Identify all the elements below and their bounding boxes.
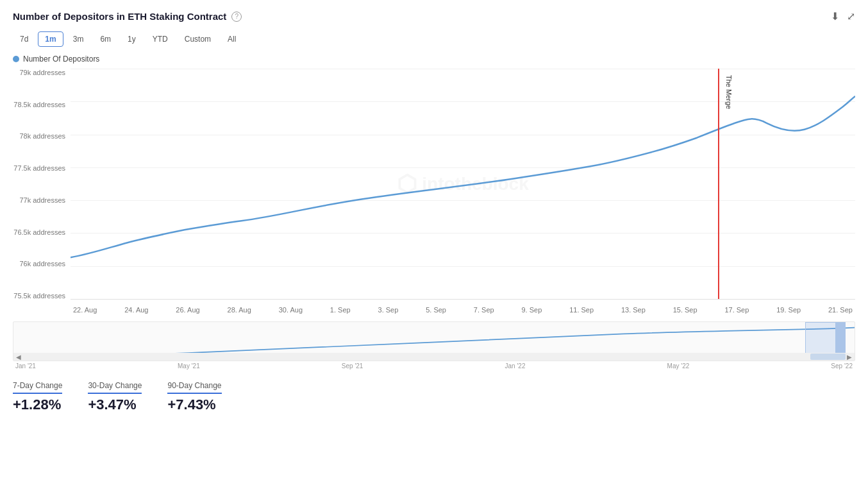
chart-title: Number of Depositors in ETH Staking Cont…	[13, 11, 226, 22]
mini-x-label: May '21	[178, 362, 200, 370]
x-labels: 22. Aug24. Aug26. Aug28. Aug30. Aug1. Se…	[71, 306, 855, 314]
legend-dot	[13, 56, 19, 62]
x-axis: 22. Aug24. Aug26. Aug28. Aug30. Aug1. Se…	[71, 301, 855, 319]
y-label: 79k addresses	[13, 69, 71, 76]
stat-label: 30-Day Change	[88, 381, 142, 394]
filter-btn-custom[interactable]: Custom	[178, 31, 218, 47]
mini-x-labels: Jan '21May '21Sep '21Jan '22May '22Sep '…	[13, 362, 855, 370]
download-icon[interactable]: ⬇	[831, 10, 839, 22]
filter-btn-3m[interactable]: 3m	[66, 31, 91, 47]
chart-svg	[71, 69, 855, 299]
navigator-container: ◀ ▶ Jan '21May '21Sep '21Jan '22May '22S…	[13, 321, 855, 370]
stat-item: 7-Day Change+1.28%	[13, 381, 62, 413]
y-label: 77k addresses	[13, 196, 71, 204]
help-icon[interactable]: ?	[231, 12, 242, 22]
main-container: Number of Depositors in ETH Staking Cont…	[0, 0, 868, 485]
filter-btn-1m[interactable]: 1m	[38, 31, 63, 47]
filter-btn-1y[interactable]: 1y	[121, 31, 143, 47]
x-label: 24. Aug	[124, 306, 148, 314]
x-label: 19. Sep	[776, 306, 801, 314]
filter-btn-7d[interactable]: 7d	[13, 31, 35, 47]
x-label: 3. Sep	[378, 306, 399, 314]
expand-icon[interactable]: ⤢	[847, 10, 855, 22]
stat-value: +1.28%	[13, 396, 62, 413]
scroll-thumb[interactable]	[810, 353, 846, 360]
legend-label: Number Of Depositors	[23, 55, 99, 64]
y-axis: 79k addresses78.5k addresses78k addresse…	[13, 69, 71, 300]
filter-btn-all[interactable]: All	[221, 31, 243, 47]
filter-btn-6m[interactable]: 6m	[93, 31, 118, 47]
x-label: 22. Aug	[73, 306, 97, 314]
title-area: Number of Depositors in ETH Staking Cont…	[13, 11, 242, 22]
x-label: 9. Sep	[521, 306, 542, 314]
stat-label: 7-Day Change	[13, 381, 62, 394]
scroll-bar[interactable]: ◀ ▶	[13, 353, 855, 361]
mini-x-label: Jan '22	[505, 362, 526, 370]
x-label: 5. Sep	[426, 306, 446, 314]
stat-value: +3.47%	[88, 396, 142, 413]
x-label: 1. Sep	[330, 306, 351, 314]
stat-item: 30-Day Change+3.47%	[88, 381, 142, 413]
stat-value: +7.43%	[167, 396, 221, 413]
grid-line-8	[71, 299, 855, 300]
y-label: 78k addresses	[13, 132, 71, 140]
mini-chart[interactable]: ◀ ▶	[13, 321, 855, 361]
x-label: 26. Aug	[176, 306, 199, 314]
filter-btn-ytd[interactable]: YTD	[146, 31, 175, 47]
mini-x-label: May '22	[667, 362, 690, 370]
x-label: 30. Aug	[279, 306, 303, 314]
x-label: 21. Sep	[828, 306, 853, 314]
y-label: 77.5k addresses	[13, 164, 71, 172]
mini-x-label: Sep '21	[342, 362, 363, 370]
time-filter-bar: 7d1m3m6m1yYTDCustomAll	[13, 31, 855, 47]
scroll-arrow-left[interactable]: ◀	[13, 353, 24, 361]
x-label: 28. Aug	[228, 306, 251, 314]
merge-label: The Merge	[725, 75, 733, 109]
header-actions: ⬇ ⤢	[831, 10, 855, 22]
chart-legend: Number Of Depositors	[13, 55, 855, 64]
x-label: 13. Sep	[621, 306, 646, 314]
x-label: 11. Sep	[569, 306, 594, 314]
scroll-arrow-right[interactable]: ▶	[844, 353, 855, 361]
y-label: 75.5k addresses	[13, 292, 71, 300]
y-label: 76k addresses	[13, 260, 71, 268]
stat-item: 90-Day Change+7.43%	[167, 381, 221, 413]
x-label: 17. Sep	[724, 306, 749, 314]
stats-row: 7-Day Change+1.28%30-Day Change+3.47%90-…	[13, 381, 855, 413]
main-chart-area: 79k addresses78.5k addresses78k addresse…	[13, 69, 855, 319]
x-label: 15. Sep	[673, 306, 697, 314]
stat-label: 90-Day Change	[167, 381, 221, 394]
x-label: 7. Sep	[474, 306, 494, 314]
y-label: 78.5k addresses	[13, 101, 71, 108]
merge-line: The Merge	[718, 69, 719, 299]
mini-x-label: Jan '21	[15, 362, 36, 370]
y-label: 76.5k addresses	[13, 228, 71, 236]
mini-x-label: Sep '22	[831, 362, 853, 370]
chart-body: ⬡ intotheblock The Merge	[71, 69, 855, 300]
chart-header: Number of Depositors in ETH Staking Cont…	[13, 10, 855, 22]
